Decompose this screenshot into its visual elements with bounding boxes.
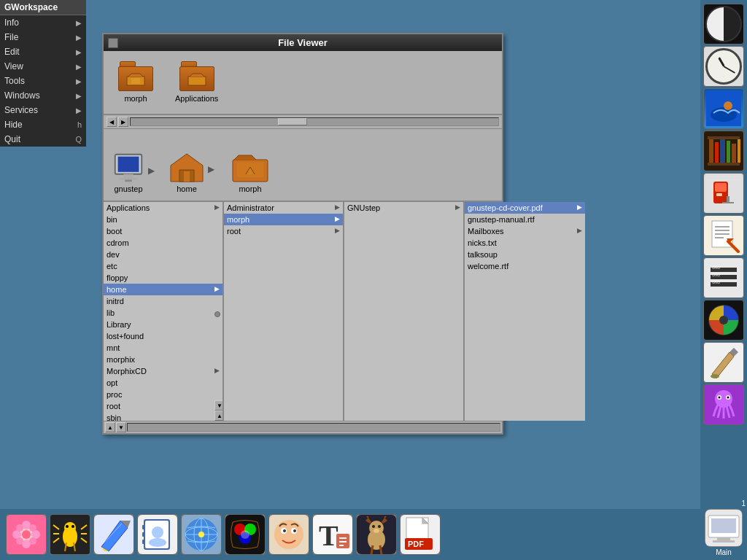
svg-rect-19 <box>727 141 730 163</box>
svg-point-69 <box>29 537 36 545</box>
scroll-right-button[interactable]: ▶ <box>118 117 128 127</box>
dock-typo-icon[interactable]: T <box>312 514 353 555</box>
window-close-button[interactable] <box>108 38 118 48</box>
dock-colorful-icon[interactable] <box>225 514 266 555</box>
dock-document-icon[interactable] <box>703 215 744 256</box>
menu-item-quit[interactable]: Quit Q <box>0 132 86 147</box>
pane-item-nicks[interactable]: nicks.txt <box>465 237 585 249</box>
pane-item-boot[interactable]: boot <box>104 225 222 237</box>
svg-point-73 <box>64 522 76 534</box>
main-dock-label[interactable]: Main <box>700 509 747 560</box>
menu-item-hide[interactable]: Hide h <box>0 117 86 132</box>
dock-gnu-icon[interactable]: GNU GNU GNU <box>703 257 744 298</box>
scroll-down-button[interactable]: ▼ <box>116 422 126 432</box>
pane-scroll-up[interactable]: ▲ <box>214 411 224 421</box>
pane-item-morph[interactable]: morph ▶ <box>224 214 343 225</box>
pane-item-morphix[interactable]: morphix <box>104 354 222 365</box>
dock-clock-icon[interactable] <box>703 46 744 87</box>
pane-item-mnt[interactable]: mnt <box>104 342 222 354</box>
svg-point-13 <box>711 107 737 122</box>
pane-item-lost-found[interactable]: lost+found <box>104 330 222 342</box>
pane-item-bin[interactable]: bin <box>104 214 222 225</box>
bottom-dock: T PDF <box>0 509 700 560</box>
pane-scroll-down[interactable]: ▼ <box>214 400 224 411</box>
svg-rect-5 <box>123 174 133 178</box>
dock-paint-icon[interactable] <box>703 342 744 383</box>
scroll-left-button[interactable]: ◀ <box>107 117 117 127</box>
pane-item-root[interactable]: root <box>104 400 222 412</box>
browser-area: gnustep ▶ home ▶ <box>104 129 502 202</box>
pane-item-proc[interactable]: proc <box>104 389 222 400</box>
nav-gnustep[interactable]: gnustep ▶ <box>111 152 146 193</box>
svg-point-104 <box>293 529 296 532</box>
pane-item-applications[interactable]: Applications ▶ <box>104 202 222 214</box>
pane-item-lib[interactable]: lib <box>104 307 222 319</box>
scroll-track[interactable] <box>130 117 499 126</box>
svg-rect-18 <box>720 138 725 163</box>
menu-item-file[interactable]: File ▶ <box>0 30 86 44</box>
svg-rect-1 <box>131 78 140 84</box>
pane-item-initrd[interactable]: initrd <box>104 295 222 307</box>
pane-item-gnustep-manual[interactable]: gnustep-manual.rtf <box>465 214 585 225</box>
svg-point-116 <box>374 529 379 533</box>
pane-item-root2[interactable]: root ▶ <box>224 225 343 237</box>
menu-item-tools[interactable]: Tools ▶ <box>0 74 86 88</box>
dock-gworkspace-icon[interactable] <box>703 4 744 44</box>
dock-face-icon[interactable] <box>268 514 309 555</box>
pane-item-talksoup[interactable]: talksoup <box>465 249 585 260</box>
folder-morph[interactable]: morph <box>118 62 153 103</box>
svg-rect-85 <box>142 532 145 537</box>
nav-home[interactable]: home ▶ <box>168 151 206 193</box>
menu-item-info[interactable]: Info ▶ <box>0 15 86 30</box>
nav-morph[interactable]: morph <box>231 151 269 193</box>
dock-mailbox-icon[interactable] <box>703 173 744 214</box>
dock-gorm-icon[interactable] <box>703 384 744 425</box>
dock-deer-icon[interactable] <box>356 514 397 555</box>
dock-bug-icon[interactable] <box>50 514 90 555</box>
pane-item-administrator[interactable]: Administrator ▶ <box>224 202 343 214</box>
pane-item-gnustep[interactable]: GNUstep ▶ <box>344 202 463 214</box>
dock-ocean-icon[interactable] <box>703 88 744 129</box>
svg-point-114 <box>372 525 375 528</box>
dock-pdf-icon[interactable]: PDF <box>400 514 441 555</box>
scroll-up-button[interactable]: ▲ <box>105 422 115 432</box>
panes-container: Applications ▶ bin boot cdrom dev etc <box>104 202 585 421</box>
pane-item-mailboxes[interactable]: Mailboxes ▶ <box>465 225 585 237</box>
pane-item-floppy[interactable]: floppy <box>104 272 222 284</box>
pane-item-morphixcd[interactable]: MorphixCD ▶ <box>104 365 222 377</box>
folder-applications[interactable]: Applications <box>175 62 218 103</box>
svg-rect-17 <box>715 142 719 163</box>
right-dock: GNU GNU GNU <box>700 0 747 560</box>
dock-bookshelf-icon[interactable] <box>703 131 744 171</box>
menu-item-services[interactable]: Services ▶ <box>0 103 86 117</box>
menu-item-view[interactable]: View ▶ <box>0 59 86 74</box>
svg-rect-4 <box>118 157 139 172</box>
svg-point-47 <box>711 374 719 378</box>
svg-point-66 <box>16 524 23 532</box>
svg-rect-23 <box>708 136 740 139</box>
dock-globe-icon[interactable] <box>181 514 222 555</box>
menu-item-edit[interactable]: Edit ▶ <box>0 44 86 59</box>
menu-item-windows[interactable]: Windows ▶ <box>0 88 86 103</box>
pane-item-dev[interactable]: dev <box>104 249 222 260</box>
page-indicator: 1 <box>741 499 746 508</box>
dock-address-icon[interactable] <box>137 514 178 555</box>
pane-item-opt[interactable]: opt <box>104 377 222 389</box>
pane-item-home[interactable]: home ▶ <box>104 284 222 295</box>
pane-item-etc[interactable]: etc <box>104 260 222 272</box>
pane-item-gnustep-cd-cover[interactable]: gnustep-cd-cover.pdf ▶ <box>465 202 585 214</box>
pane-item-library[interactable]: Library <box>104 319 222 330</box>
svg-rect-16 <box>709 139 713 163</box>
main-icon <box>705 509 743 547</box>
pane-item-sbin[interactable]: sbin <box>104 412 222 421</box>
svg-point-52 <box>719 397 721 399</box>
dock-disk-icon[interactable] <box>703 300 744 341</box>
svg-point-53 <box>727 397 729 399</box>
pane-item-cdrom[interactable]: cdrom <box>104 237 222 249</box>
dock-pencil-icon[interactable] <box>93 514 134 555</box>
pane-item-welcome[interactable]: welcome.rtf <box>465 260 585 272</box>
svg-rect-84 <box>142 525 145 529</box>
dock-waifu-icon[interactable] <box>6 514 47 555</box>
horizontal-scroll-track[interactable] <box>127 423 500 432</box>
bottom-scrollbar: ▲ ▼ <box>104 421 502 433</box>
